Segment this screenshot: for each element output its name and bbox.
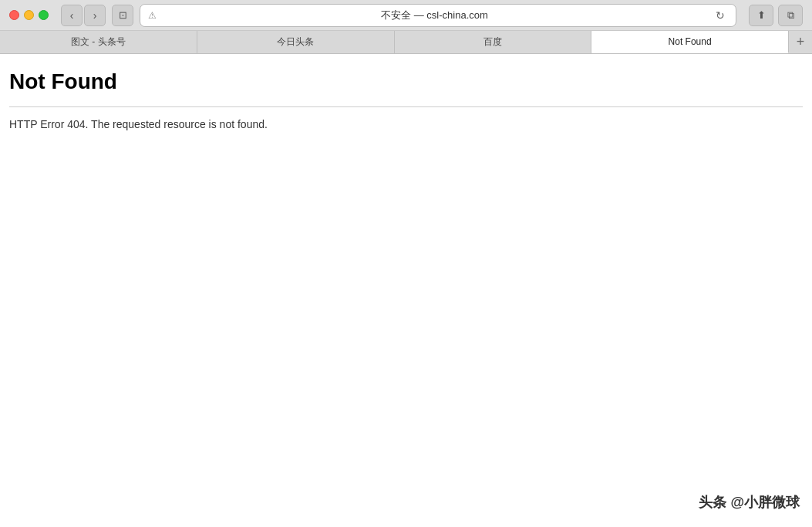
share-icon: ⬆ [757, 9, 766, 21]
tab-label: 今日头条 [277, 35, 314, 49]
watermark: 头条 @小胖微球 [699, 493, 800, 512]
divider [9, 106, 803, 107]
minimize-button[interactable] [24, 10, 34, 20]
window-controls [9, 10, 49, 20]
address-bar[interactable]: ⚠ 不安全 — csl-china.com ↻ [140, 4, 736, 27]
tab-not-found[interactable]: Not Found [591, 31, 789, 53]
back-button[interactable]: ‹ [61, 5, 83, 26]
page-title: Not Found [9, 69, 803, 94]
share-button[interactable]: ⬆ [749, 5, 773, 26]
tab-toutiao[interactable]: 今日头条 [197, 31, 395, 53]
back-icon: ‹ [70, 9, 74, 22]
maximize-button[interactable] [39, 10, 49, 20]
tab-label: Not Found [669, 36, 712, 47]
tab-label: 百度 [483, 35, 502, 49]
tab-overview-icon: ⊡ [119, 9, 127, 21]
new-tab-icon: + [797, 34, 805, 50]
tab-baidu[interactable]: 百度 [395, 31, 592, 53]
new-tab-button[interactable]: + [789, 31, 812, 53]
forward-icon: › [93, 9, 97, 22]
address-text: 不安全 — csl-china.com [161, 8, 708, 22]
error-message: HTTP Error 404. The requested resource i… [9, 118, 803, 130]
tabs-icon: ⧉ [787, 9, 794, 22]
title-bar: ‹ › ⊡ ⚠ 不安全 — csl-china.com ↻ ⬆ ⧉ [0, 0, 812, 31]
security-icon: ⚠ [148, 10, 157, 21]
tab-overview-button[interactable]: ⊡ [112, 5, 133, 26]
reload-icon: ↻ [716, 9, 725, 22]
tab-bar: 图文 - 头条号 今日头条 百度 Not Found + [0, 31, 812, 54]
page-content: Not Found HTTP Error 404. The requested … [0, 54, 812, 527]
nav-buttons: ‹ › [61, 5, 106, 26]
tab-toutiao-image[interactable]: 图文 - 头条号 [0, 31, 197, 53]
tab-label: 图文 - 头条号 [71, 35, 126, 49]
tabs-button[interactable]: ⧉ [778, 5, 803, 26]
close-button[interactable] [9, 10, 19, 20]
forward-button[interactable]: › [84, 5, 106, 26]
toolbar-right: ⬆ ⧉ [749, 5, 803, 26]
reload-button[interactable]: ↻ [713, 8, 728, 23]
